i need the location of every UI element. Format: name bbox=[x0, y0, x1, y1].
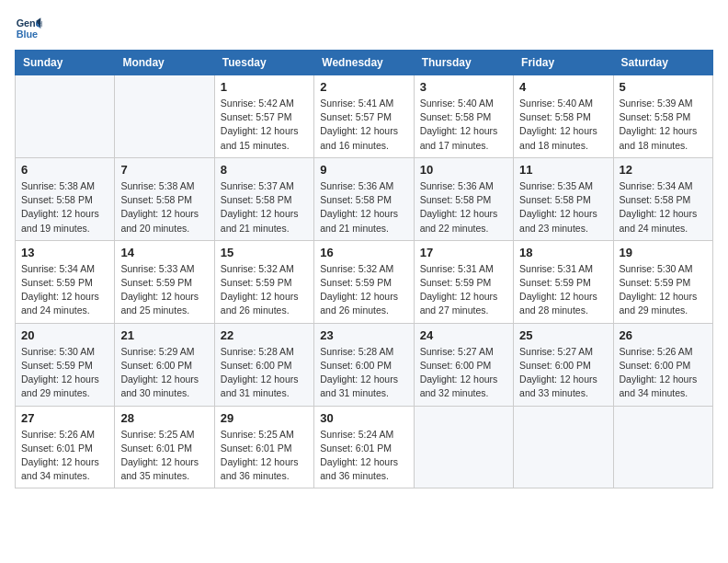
day-number: 4 bbox=[519, 80, 607, 94]
day-number: 24 bbox=[420, 328, 507, 342]
calendar-cell: 9Sunrise: 5:36 AMSunset: 5:58 PMDaylight… bbox=[314, 157, 414, 240]
calendar-cell: 22Sunrise: 5:28 AMSunset: 6:00 PMDayligh… bbox=[214, 323, 313, 406]
day-number: 19 bbox=[620, 246, 707, 259]
day-info: Sunrise: 5:32 AMSunset: 5:59 PMDaylight:… bbox=[221, 262, 308, 318]
day-number: 27 bbox=[21, 411, 108, 425]
day-info: Sunrise: 5:25 AMSunset: 6:01 PMDaylight:… bbox=[221, 428, 308, 484]
weekday-header-sunday: Sunday bbox=[16, 51, 115, 75]
calendar-cell: 29Sunrise: 5:25 AMSunset: 6:01 PMDayligh… bbox=[214, 406, 313, 488]
day-info: Sunrise: 5:24 AMSunset: 6:01 PMDaylight:… bbox=[320, 428, 407, 484]
day-info: Sunrise: 5:33 AMSunset: 5:59 PMDaylight:… bbox=[120, 262, 208, 318]
day-number: 18 bbox=[519, 246, 607, 259]
day-number: 11 bbox=[519, 163, 607, 177]
calendar-cell: 13Sunrise: 5:34 AMSunset: 5:59 PMDayligh… bbox=[16, 240, 115, 323]
day-number: 29 bbox=[221, 411, 308, 425]
day-info: Sunrise: 5:28 AMSunset: 6:00 PMDaylight:… bbox=[320, 345, 407, 401]
day-info: Sunrise: 5:40 AMSunset: 5:58 PMDaylight:… bbox=[519, 97, 607, 153]
day-info: Sunrise: 5:28 AMSunset: 6:00 PMDaylight:… bbox=[221, 345, 308, 401]
calendar-cell bbox=[16, 75, 115, 158]
calendar-cell: 8Sunrise: 5:37 AMSunset: 5:58 PMDaylight… bbox=[214, 157, 313, 240]
day-number: 16 bbox=[320, 246, 407, 259]
day-info: Sunrise: 5:29 AMSunset: 6:00 PMDaylight:… bbox=[120, 345, 208, 401]
day-number: 20 bbox=[21, 328, 108, 342]
calendar-cell: 23Sunrise: 5:28 AMSunset: 6:00 PMDayligh… bbox=[314, 323, 414, 406]
day-number: 21 bbox=[120, 328, 208, 342]
day-info: Sunrise: 5:34 AMSunset: 5:58 PMDaylight:… bbox=[620, 179, 707, 236]
day-info: Sunrise: 5:31 AMSunset: 5:59 PMDaylight:… bbox=[420, 262, 507, 318]
day-info: Sunrise: 5:36 AMSunset: 5:58 PMDaylight:… bbox=[320, 179, 407, 236]
week-row-1: 1Sunrise: 5:42 AMSunset: 5:57 PMDaylight… bbox=[16, 75, 713, 158]
svg-text:Blue: Blue bbox=[17, 29, 38, 40]
day-info: Sunrise: 5:26 AMSunset: 6:01 PMDaylight:… bbox=[21, 428, 108, 484]
calendar-cell: 11Sunrise: 5:35 AMSunset: 5:58 PMDayligh… bbox=[514, 157, 613, 240]
calendar-cell: 4Sunrise: 5:40 AMSunset: 5:58 PMDaylight… bbox=[514, 75, 613, 158]
day-number: 30 bbox=[320, 411, 407, 425]
day-number: 10 bbox=[420, 163, 507, 177]
day-info: Sunrise: 5:31 AMSunset: 5:59 PMDaylight:… bbox=[519, 262, 607, 318]
day-number: 12 bbox=[620, 163, 707, 177]
day-number: 28 bbox=[120, 411, 208, 425]
calendar-cell: 24Sunrise: 5:27 AMSunset: 6:00 PMDayligh… bbox=[414, 323, 513, 406]
day-number: 13 bbox=[21, 246, 108, 259]
day-number: 22 bbox=[221, 328, 308, 342]
week-row-5: 27Sunrise: 5:26 AMSunset: 6:01 PMDayligh… bbox=[16, 406, 713, 488]
weekday-header-row: SundayMondayTuesdayWednesdayThursdayFrid… bbox=[16, 51, 713, 75]
day-number: 23 bbox=[320, 328, 407, 342]
calendar-cell: 18Sunrise: 5:31 AMSunset: 5:59 PMDayligh… bbox=[514, 240, 613, 323]
day-number: 15 bbox=[221, 246, 308, 259]
day-info: Sunrise: 5:25 AMSunset: 6:01 PMDaylight:… bbox=[120, 428, 208, 484]
calendar-cell: 26Sunrise: 5:26 AMSunset: 6:00 PMDayligh… bbox=[613, 323, 712, 406]
day-info: Sunrise: 5:42 AMSunset: 5:57 PMDaylight:… bbox=[221, 97, 308, 153]
day-info: Sunrise: 5:26 AMSunset: 6:00 PMDaylight:… bbox=[620, 345, 707, 401]
day-number: 2 bbox=[320, 80, 407, 94]
day-info: Sunrise: 5:35 AMSunset: 5:58 PMDaylight:… bbox=[519, 179, 607, 236]
day-info: Sunrise: 5:39 AMSunset: 5:58 PMDaylight:… bbox=[620, 97, 707, 153]
week-row-2: 6Sunrise: 5:38 AMSunset: 5:58 PMDaylight… bbox=[16, 157, 713, 240]
weekday-header-saturday: Saturday bbox=[613, 51, 712, 75]
day-info: Sunrise: 5:27 AMSunset: 6:00 PMDaylight:… bbox=[420, 345, 507, 401]
day-number: 3 bbox=[420, 80, 507, 94]
day-info: Sunrise: 5:34 AMSunset: 5:59 PMDaylight:… bbox=[21, 262, 108, 318]
day-info: Sunrise: 5:38 AMSunset: 5:58 PMDaylight:… bbox=[21, 179, 108, 236]
day-number: 25 bbox=[519, 328, 607, 342]
calendar-cell: 20Sunrise: 5:30 AMSunset: 5:59 PMDayligh… bbox=[16, 323, 115, 406]
day-number: 17 bbox=[420, 246, 507, 259]
logo-icon: General Blue bbox=[15, 15, 42, 42]
weekday-header-thursday: Thursday bbox=[414, 51, 513, 75]
day-info: Sunrise: 5:32 AMSunset: 5:59 PMDaylight:… bbox=[320, 262, 407, 318]
day-info: Sunrise: 5:37 AMSunset: 5:58 PMDaylight:… bbox=[221, 179, 308, 236]
calendar-cell: 12Sunrise: 5:34 AMSunset: 5:58 PMDayligh… bbox=[613, 157, 712, 240]
week-row-3: 13Sunrise: 5:34 AMSunset: 5:59 PMDayligh… bbox=[16, 240, 713, 323]
day-number: 7 bbox=[120, 163, 208, 177]
calendar-cell: 15Sunrise: 5:32 AMSunset: 5:59 PMDayligh… bbox=[214, 240, 313, 323]
day-info: Sunrise: 5:27 AMSunset: 6:00 PMDaylight:… bbox=[519, 345, 607, 401]
calendar-cell bbox=[514, 406, 613, 488]
weekday-header-tuesday: Tuesday bbox=[214, 51, 313, 75]
calendar-cell: 2Sunrise: 5:41 AMSunset: 5:57 PMDaylight… bbox=[314, 75, 414, 158]
calendar-cell: 14Sunrise: 5:33 AMSunset: 5:59 PMDayligh… bbox=[115, 240, 214, 323]
weekday-header-monday: Monday bbox=[115, 51, 214, 75]
calendar-cell: 21Sunrise: 5:29 AMSunset: 6:00 PMDayligh… bbox=[115, 323, 214, 406]
calendar-cell: 6Sunrise: 5:38 AMSunset: 5:58 PMDaylight… bbox=[16, 157, 115, 240]
calendar-cell bbox=[414, 406, 513, 488]
calendar-cell: 17Sunrise: 5:31 AMSunset: 5:59 PMDayligh… bbox=[414, 240, 513, 323]
calendar-cell: 16Sunrise: 5:32 AMSunset: 5:59 PMDayligh… bbox=[314, 240, 414, 323]
calendar-cell: 5Sunrise: 5:39 AMSunset: 5:58 PMDaylight… bbox=[613, 75, 712, 158]
calendar-cell: 30Sunrise: 5:24 AMSunset: 6:01 PMDayligh… bbox=[314, 406, 414, 488]
day-info: Sunrise: 5:30 AMSunset: 5:59 PMDaylight:… bbox=[620, 262, 707, 318]
calendar-cell: 3Sunrise: 5:40 AMSunset: 5:58 PMDaylight… bbox=[414, 75, 513, 158]
calendar-cell bbox=[613, 406, 712, 488]
week-row-4: 20Sunrise: 5:30 AMSunset: 5:59 PMDayligh… bbox=[16, 323, 713, 406]
day-info: Sunrise: 5:36 AMSunset: 5:58 PMDaylight:… bbox=[420, 179, 507, 236]
calendar-cell: 1Sunrise: 5:42 AMSunset: 5:57 PMDaylight… bbox=[214, 75, 313, 158]
page-header: General Blue bbox=[15, 15, 713, 42]
weekday-header-friday: Friday bbox=[514, 51, 613, 75]
day-number: 14 bbox=[120, 246, 208, 259]
calendar-cell: 7Sunrise: 5:38 AMSunset: 5:58 PMDaylight… bbox=[115, 157, 214, 240]
day-info: Sunrise: 5:30 AMSunset: 5:59 PMDaylight:… bbox=[21, 345, 108, 401]
calendar-cell: 10Sunrise: 5:36 AMSunset: 5:58 PMDayligh… bbox=[414, 157, 513, 240]
day-info: Sunrise: 5:41 AMSunset: 5:57 PMDaylight:… bbox=[320, 97, 407, 153]
day-number: 1 bbox=[221, 80, 308, 94]
day-info: Sunrise: 5:38 AMSunset: 5:58 PMDaylight:… bbox=[120, 179, 208, 236]
calendar-cell: 19Sunrise: 5:30 AMSunset: 5:59 PMDayligh… bbox=[613, 240, 712, 323]
